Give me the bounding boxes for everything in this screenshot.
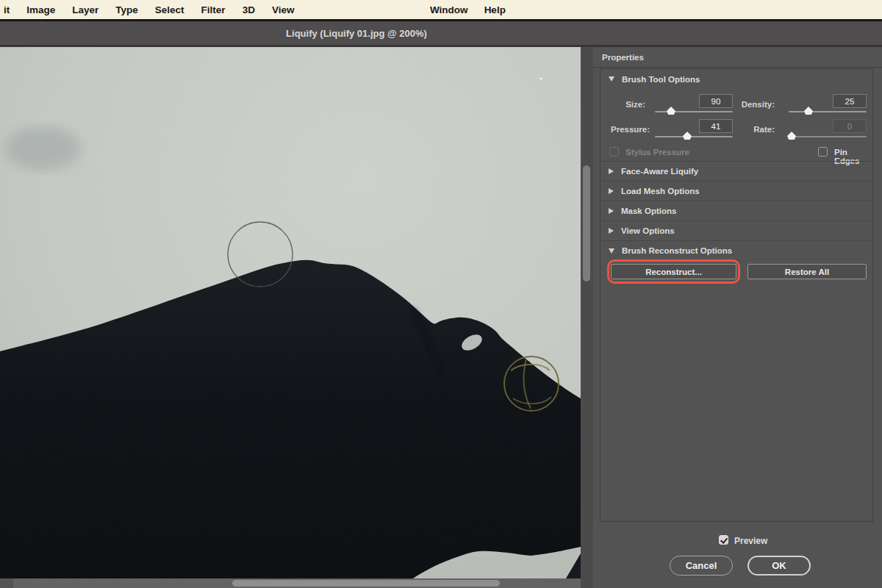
section-load-mesh-options[interactable]: Load Mesh Options <box>600 181 872 201</box>
pin-edges-checkbox[interactable] <box>818 147 828 157</box>
pressure-label: Pressure: <box>611 125 645 134</box>
cancel-button[interactable]: Cancel <box>670 556 733 576</box>
section-label: Brush Tool Options <box>622 75 700 84</box>
section-view-options[interactable]: View Options <box>600 220 872 240</box>
chevron-down-icon <box>609 248 614 254</box>
menu-view[interactable]: View <box>272 4 295 15</box>
properties-title: Properties <box>602 53 644 62</box>
menu-filter[interactable]: Filter <box>201 4 226 15</box>
menu-image[interactable]: Image <box>26 4 55 15</box>
section-face-aware-liquify[interactable]: Face-Aware Liquify <box>600 161 872 181</box>
vertical-scrollbar-thumb[interactable] <box>583 165 590 282</box>
grain-overlay <box>0 47 581 578</box>
pressure-slider-thumb[interactable] <box>683 132 692 140</box>
restore-all-button[interactable]: Restore All <box>747 264 867 279</box>
liquify-preview-canvas[interactable] <box>0 47 581 578</box>
section-label: Face-Aware Liquify <box>621 167 698 176</box>
horizontal-scrollbar[interactable] <box>0 578 581 588</box>
stylus-pressure-label: Stylus Pressure <box>625 148 689 157</box>
properties-header: Properties <box>593 47 882 68</box>
panel-sections-container: Brush Tool Options Size: Density: Pressu… <box>600 68 873 522</box>
chevron-right-icon <box>609 168 614 174</box>
size-slider-thumb[interactable] <box>667 107 675 115</box>
menu-bar: it Image Layer Type Select Filter 3D Vie… <box>0 0 882 19</box>
chevron-right-icon <box>609 208 614 214</box>
menu-group-right: Window Help <box>430 4 506 15</box>
section-label: Brush Reconstruct Options <box>622 246 732 255</box>
properties-panel: Properties Brush Tool Options Size: Dens… <box>593 47 882 588</box>
menu-3d[interactable]: 3D <box>243 4 255 15</box>
menu-group-left: it Image Layer Type Select Filter 3D Vie… <box>0 4 294 15</box>
pressure-input[interactable] <box>699 119 733 133</box>
menu-type[interactable]: Type <box>115 4 138 15</box>
stylus-pressure-checkbox <box>609 147 619 157</box>
density-slider-thumb[interactable] <box>804 107 813 115</box>
size-label: Size: <box>611 100 645 109</box>
section-label: Mask Options <box>621 207 676 215</box>
reconstruct-button[interactable]: Reconstruct... <box>611 264 736 279</box>
preview-label: Preview <box>734 536 767 546</box>
chevron-down-icon <box>609 76 614 82</box>
menu-edit-partial[interactable]: it <box>4 4 10 15</box>
density-label: Density: <box>739 100 775 109</box>
section-label: Load Mesh Options <box>621 187 700 196</box>
density-input[interactable] <box>833 94 867 108</box>
rate-label: Rate: <box>739 125 775 134</box>
dialog-title: Liquify (Liquify 01.jpg @ 200%) <box>0 21 713 45</box>
size-slider-track[interactable] <box>655 111 733 112</box>
density-slider-track[interactable] <box>789 111 867 112</box>
rate-slider-track <box>789 136 867 137</box>
ok-button[interactable]: OK <box>747 556 811 576</box>
size-input[interactable] <box>699 94 733 108</box>
chevron-right-icon <box>609 228 614 234</box>
rate-slider-thumb <box>787 132 796 140</box>
preview-checkbox[interactable] <box>719 535 728 545</box>
section-brush-tool-options[interactable]: Brush Tool Options <box>600 69 872 89</box>
rate-input <box>833 119 867 133</box>
pressure-slider-track[interactable] <box>655 136 733 137</box>
menu-layer[interactable]: Layer <box>72 4 98 15</box>
vertical-scrollbar[interactable] <box>581 47 593 578</box>
section-mask-options[interactable]: Mask Options <box>600 201 872 220</box>
scrollbar-corner-left <box>0 578 13 588</box>
menu-help[interactable]: Help <box>484 4 506 15</box>
chevron-right-icon <box>609 188 614 194</box>
horizontal-scrollbar-thumb[interactable] <box>232 580 500 587</box>
menu-select[interactable]: Select <box>155 4 184 15</box>
dialog-title-bar: Liquify (Liquify 01.jpg @ 200%) <box>0 21 882 45</box>
section-label: View Options <box>621 226 675 235</box>
menu-window[interactable]: Window <box>430 4 468 15</box>
section-brush-reconstruct-options[interactable]: Brush Reconstruct Options <box>600 240 872 260</box>
